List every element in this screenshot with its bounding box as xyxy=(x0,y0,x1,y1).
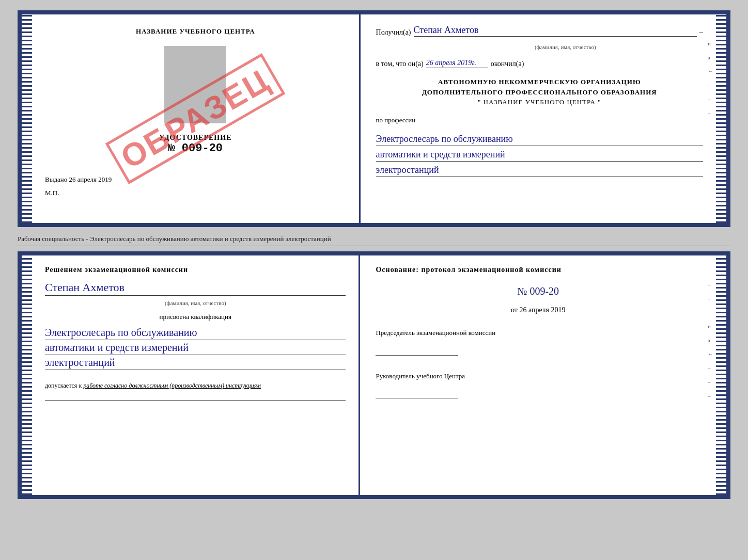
vtom-row: в том, что он(а) 26 апреля 2019г. окончи… xyxy=(376,59,703,68)
protocol-number: № 009-20 xyxy=(376,285,700,297)
vydano-label: Выдано xyxy=(45,175,67,183)
profession-line3: электростанций xyxy=(376,165,703,177)
ot-date-row: от 26 апреля 2019 xyxy=(376,306,700,314)
poluchil-label: Получил(а) xyxy=(376,28,411,37)
profession-lines: Электрослесарь по обслуживанию автоматик… xyxy=(376,132,703,177)
spine-right-bottom xyxy=(716,255,726,495)
dash-after-name: – xyxy=(699,28,703,37)
udost-number: № 009-20 xyxy=(159,142,231,155)
qual-line3: электростанций xyxy=(45,357,346,370)
poluchil-row: Получил(а) Степан Ахметов – xyxy=(376,25,703,37)
rukovoditel-signature-line xyxy=(376,383,458,398)
top-document: НАЗВАНИЕ УЧЕБНОГО ЦЕНТРА УДОСТОВЕРЕНИЕ №… xyxy=(18,10,730,227)
reshenie-title: Решением экзаменационной комиссии xyxy=(45,266,346,274)
bottom-document: Решением экзаменационной комиссии Степан… xyxy=(18,251,730,499)
rukovoditel-block: Руководитель учебного Центра xyxy=(376,372,700,398)
specialty-label: Рабочая специальность - Электрослесарь п… xyxy=(18,235,331,243)
bottom-doc-right: Основание: протокол экзаменационной коми… xyxy=(360,255,716,495)
predsedatel-signature-line xyxy=(376,340,458,356)
okonchil-label: окончил(а) xyxy=(491,60,524,68)
spine-right-top xyxy=(716,14,726,223)
ot-date: 26 апреля 2019 xyxy=(519,306,565,314)
spine-left xyxy=(22,14,32,223)
predsedatel-title: Председатель экзаменационной комиссии xyxy=(376,328,700,338)
right-marks-bottom: – – – и а ← – – – xyxy=(708,281,713,399)
bottom-name: Степан Ахметов xyxy=(45,281,346,296)
osnovaniye-label: Основание: протокол экзаменационной коми… xyxy=(376,266,700,274)
ot-label: от xyxy=(511,306,518,314)
specialty-text: Рабочая специальность - Электрослесарь п… xyxy=(18,232,730,246)
rukovoditel-title: Руководитель учебного Центра xyxy=(376,372,700,380)
photo-placeholder xyxy=(164,46,226,123)
vydano-date: 26 апреля 2019 xyxy=(69,175,112,183)
vtom-label: в том, что он(а) xyxy=(376,60,424,68)
org-line3: " НАЗВАНИЕ УЧЕБНОГО ЦЕНТРА " xyxy=(376,97,703,107)
udost-label: УДОСТОВЕРЕНИЕ xyxy=(159,134,231,142)
top-doc-left: НАЗВАНИЕ УЧЕБНОГО ЦЕНТРА УДОСТОВЕРЕНИЕ №… xyxy=(32,14,361,223)
vydano-line: Выдано 26 апреля 2019 xyxy=(45,175,346,184)
top-left-title: НАЗВАНИЕ УЧЕБНОГО ЦЕНТРА xyxy=(136,27,255,36)
right-marks-top: и а ← – – – xyxy=(708,40,713,116)
udostoverenie-block: УДОСТОВЕРЕНИЕ № 009-20 xyxy=(159,134,231,155)
org-block: АВТОНОМНУЮ НЕКОММЕРЧЕСКУЮ ОРГАНИЗАЦИЮ ДО… xyxy=(376,77,703,107)
dopuskaetsya-text: работе согласно должностным (производств… xyxy=(83,382,261,389)
top-doc-right: Получил(а) Степан Ахметов – (фамилия, им… xyxy=(361,14,716,223)
prisvoena-label: присвоена квалификация xyxy=(45,313,346,321)
dopuskaetsya-label: допускается к xyxy=(45,382,82,389)
poluchil-name: Степан Ахметов xyxy=(414,25,697,37)
dopuskaetsya-row: допускается к работе согласно должностны… xyxy=(45,382,346,401)
predsedatel-block: Председатель экзаменационной комиссии xyxy=(376,328,700,356)
bottom-qual-lines: Электрослесарь по обслуживанию автоматик… xyxy=(45,327,346,370)
qual-line2: автоматики и средств измерений xyxy=(45,342,346,355)
bottom-doc-left: Решением экзаменационной комиссии Степан… xyxy=(32,255,360,495)
fio-subtitle-top: (фамилия, имя, отчество) xyxy=(428,44,703,50)
profession-line2: автоматики и средств измерений xyxy=(376,149,703,162)
profession-line1: Электрослесарь по обслуживанию xyxy=(376,134,703,146)
po-professii-label: по профессии xyxy=(376,116,703,124)
qual-line1: Электрослесарь по обслуживанию xyxy=(45,327,346,340)
org-line2: ДОПОЛНИТЕЛЬНОГО ПРОФЕССИОНАЛЬНОГО ОБРАЗО… xyxy=(376,87,703,98)
org-line1: АВТОНОМНУЮ НЕКОММЕРЧЕСКУЮ ОРГАНИЗАЦИЮ xyxy=(376,77,703,87)
mp-line: М.П. xyxy=(45,189,346,197)
fio-subtitle-bottom: (фамилия, имя, отчество) xyxy=(45,300,346,306)
spine-left-bottom xyxy=(22,255,32,495)
vtom-date: 26 апреля 2019г. xyxy=(426,59,488,68)
